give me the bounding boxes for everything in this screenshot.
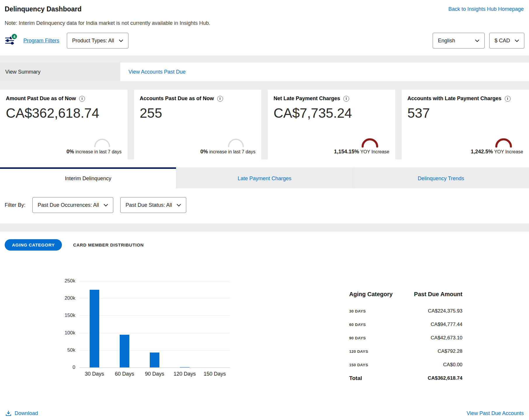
table-row: 30 DAYSCA$224,375.93	[349, 304, 462, 318]
chart-ytick-label: 200k	[65, 295, 75, 301]
product-types-dropdown[interactable]: Product Types: All	[67, 33, 128, 48]
kpi-value: CA$362,618.74	[6, 105, 122, 121]
table-body: 30 DAYSCA$224,375.9360 DAYSCA$94,777.449…	[349, 304, 462, 372]
tab-interim-delinquency[interactable]: Interim Delinquency	[0, 167, 176, 188]
kpi-title: Net Late Payment Charges	[274, 96, 340, 102]
bar-120-days[interactable]	[180, 367, 189, 367]
kpi-title: Accounts Past Due as of Now	[140, 96, 214, 102]
chart-gridline	[79, 281, 230, 281]
section-tabs: Interim Delinquency Late Payment Charges…	[0, 167, 529, 188]
filter-by-bar: Filter By: Past Due Occurrences: All Pas…	[0, 188, 529, 215]
currency-dropdown[interactable]: $ CAD	[489, 33, 524, 48]
chart-ytick-label: 0	[73, 365, 75, 370]
table-row-label: 30 DAYS	[349, 309, 366, 313]
tab-view-summary[interactable]: View Summary	[0, 63, 120, 81]
kpi-title: Accounts with Late Payment Charges	[408, 96, 502, 102]
past-due-occurrences-dropdown[interactable]: Past Due Occurrences: All	[32, 197, 113, 213]
table-row: 150 DAYSCA$0.00	[349, 358, 462, 372]
bar-90-days[interactable]	[150, 353, 159, 367]
page-title: Delinquency Dashboard	[5, 5, 81, 13]
gauge-arc-icon	[93, 137, 111, 147]
divider-band	[0, 55, 529, 63]
chart-gridline	[79, 333, 230, 333]
past-due-occurrences-value: Past Due Occurrences: All	[38, 202, 99, 208]
back-to-insights-hub-link[interactable]: Back to Insights Hub Homepage	[448, 6, 524, 12]
aging-category-bar-chart: 250k200k150k100k50k030 Days60 Days90 Day…	[0, 281, 230, 385]
view-tabs: View Summary View Accounts Past Due	[0, 63, 529, 81]
table-row-amount: CA$224,375.93	[428, 308, 462, 314]
card-member-distribution-toggle[interactable]: CARD MEMBER DISTRIBUTION	[73, 242, 144, 247]
gauge-arc-icon	[227, 137, 245, 147]
info-icon[interactable]: i	[343, 96, 349, 102]
table-row-label: 90 DAYS	[349, 336, 366, 340]
kpi-metric: 1,154.15% YOY Increase	[334, 149, 389, 155]
past-due-status-value: Past Due Status: All	[126, 202, 172, 208]
table-row-label: 120 DAYS	[349, 349, 368, 354]
currency-value: $ CAD	[495, 38, 510, 44]
aging-section: 250k200k150k100k50k030 Days60 Days90 Day…	[0, 281, 529, 385]
info-icon[interactable]: i	[79, 96, 85, 102]
filter-bar: 4 Program Filters Product Types: All Eng…	[0, 26, 529, 55]
chart-xtick-label: 150 Days	[200, 371, 230, 377]
table-row: 90 DAYSCA$42,673.10	[349, 331, 462, 345]
product-types-value: Product Types: All	[72, 38, 114, 44]
gauge-arc-icon	[361, 137, 379, 147]
table-row-amount: CA$42,673.10	[431, 335, 462, 341]
program-filters-icon-button[interactable]: 4	[5, 36, 16, 46]
past-due-status-dropdown[interactable]: Past Due Status: All	[120, 197, 186, 213]
kpi-card-net-late-payment-charges: Net Late Payment Charges i CA$7,735.24 1…	[268, 90, 395, 159]
chart-gridline	[79, 350, 230, 350]
kpi-card-amount-past-due: Amount Past Due as of Now i CA$362,618.7…	[0, 90, 128, 159]
kpi-value: 537	[408, 105, 523, 121]
aging-category-table: Aging Category Past Due Amount 30 DAYSCA…	[349, 291, 462, 385]
kpi-card-accounts-past-due: Accounts Past Due as of Now i 255 0% inc…	[134, 90, 262, 159]
download-icon	[5, 410, 12, 416]
table-row-label: 60 DAYS	[349, 322, 366, 327]
tab-late-payment-charges[interactable]: Late Payment Charges	[176, 167, 352, 188]
india-market-note: Note: Interim Delinquency data for India…	[5, 20, 524, 26]
chart-xtick-label: 60 Days	[109, 371, 140, 377]
bar-60-days[interactable]	[120, 335, 129, 367]
language-value: English	[438, 38, 455, 44]
table-row: 120 DAYSCA$792.28	[349, 345, 462, 358]
chart-gridline	[79, 367, 230, 368]
chart-gridline	[79, 298, 230, 298]
program-filters-link[interactable]: Program Filters	[23, 38, 59, 44]
kpi-metric: 0% increase in last 7 days	[67, 149, 122, 155]
chart-xtick-label: 90 Days	[140, 371, 170, 377]
filter-count-badge: 4	[11, 33, 18, 40]
chart-ytick-label: 50k	[67, 347, 75, 353]
view-past-due-accounts-link[interactable]: View Past Due Accounts	[467, 410, 524, 416]
page-header: Delinquency Dashboard Back to Insights H…	[0, 0, 529, 13]
download-link[interactable]: Download	[5, 410, 38, 416]
kpi-metric: 1,242.5% YOY Increase	[471, 149, 523, 155]
chart-toggle: AGING CATEGORY CARD MEMBER DISTRIBUTION	[5, 239, 524, 251]
tab-view-accounts-past-due[interactable]: View Accounts Past Due	[128, 63, 186, 81]
chart-xtick-label: 120 Days	[170, 371, 200, 377]
language-dropdown[interactable]: English	[433, 33, 485, 48]
chevron-down-icon	[119, 39, 123, 42]
filter-by-label: Filter By:	[5, 202, 25, 208]
kpi-metric: 0% increase in last 7 days	[200, 149, 255, 155]
tab-delinquency-trends[interactable]: Delinquency Trends	[353, 167, 529, 188]
kpi-band: Amount Past Due as of Now i CA$362,618.7…	[0, 81, 529, 159]
table-row: 60 DAYSCA$94,777.44	[349, 318, 462, 331]
table-total-amount: CA$362,618.74	[428, 375, 462, 381]
table-total-row: Total CA$362,618.74	[349, 372, 462, 385]
chart-gridline	[79, 315, 230, 316]
chart-ytick-label: 100k	[65, 330, 75, 336]
kpi-card-accounts-with-late-charges: Accounts with Late Payment Charges i 537…	[402, 90, 529, 159]
kpi-title: Amount Past Due as of Now	[6, 96, 76, 102]
info-icon[interactable]: i	[217, 96, 223, 102]
table-row-amount: CA$0.00	[443, 362, 462, 368]
kpi-value: 255	[140, 105, 256, 121]
chevron-down-icon	[104, 204, 108, 206]
gauge-arc-icon	[495, 137, 513, 147]
chart-ytick-label: 250k	[65, 278, 75, 284]
aging-category-toggle[interactable]: AGING CATEGORY	[5, 239, 62, 251]
page-footer: Download View Past Due Accounts	[0, 410, 529, 416]
bar-30-days[interactable]	[90, 290, 99, 367]
info-icon[interactable]: i	[505, 96, 511, 102]
chevron-down-icon	[475, 39, 479, 42]
table-total-label: Total	[349, 375, 362, 381]
